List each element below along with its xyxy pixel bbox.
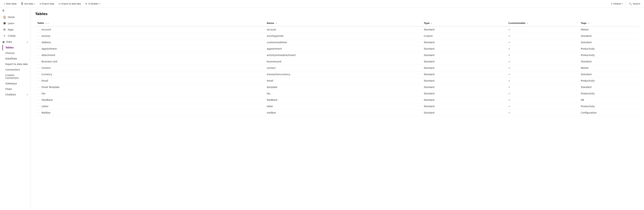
row-menu-icon[interactable]: ··· <box>37 28 39 31</box>
ai-builder-icon: ✦ <box>85 2 87 5</box>
learn-icon: 🎓 <box>3 22 6 25</box>
table-display-name[interactable]: Feedback <box>42 99 53 101</box>
cell-tags: Productivity <box>579 78 639 84</box>
row-menu-icon[interactable]: ··· <box>37 60 39 63</box>
sidebar-item-flows[interactable]: Flows <box>2 86 30 92</box>
col-header-table[interactable]: Table ↑ ↓ <box>35 20 265 26</box>
table-display-name[interactable]: Address <box>42 41 51 44</box>
row-menu-icon[interactable]: ··· <box>37 67 39 69</box>
table-row: ··· Currency transactioncurrency Standar… <box>35 71 639 78</box>
sidebar-item-custom-connectors[interactable]: Custom Connectors <box>2 72 30 81</box>
table-display-name[interactable]: Email <box>42 79 48 82</box>
hamburger-menu-button[interactable]: ☰ <box>0 7 30 14</box>
ai-builder-button[interactable]: ✦ AI Builder ▾ <box>84 1 102 6</box>
toolbar-divider <box>626 2 626 5</box>
search-button[interactable]: 🔍 Search <box>627 1 642 6</box>
col-header-customizable[interactable]: Customizable ↓ <box>506 20 579 26</box>
col-header-name[interactable]: Name ↓ <box>265 20 422 26</box>
row-menu-icon[interactable]: ··· <box>37 105 39 108</box>
col-header-type[interactable]: Type ↓ <box>422 20 506 26</box>
col-header-tags[interactable]: Tags ↓ <box>579 20 639 26</box>
table-display-name[interactable]: Contact <box>42 67 51 69</box>
table-display-name[interactable]: Attachment <box>42 54 55 57</box>
row-type-value: Standard <box>424 105 434 108</box>
row-menu-icon[interactable]: ··· <box>37 48 39 50</box>
sidebar-item-data[interactable]: ▦ Data ▴ <box>0 39 30 45</box>
sidebar-item-custom-connectors-label: Custom Connectors <box>5 74 28 79</box>
cell-tags: Standard <box>579 71 639 78</box>
table-display-name[interactable]: Mailbox <box>42 111 50 114</box>
export-lake-button[interactable]: ⇒ Export to data lake <box>57 1 83 6</box>
row-name-value: activitymimeattachment <box>267 54 296 57</box>
search-icon: 🔍 <box>629 2 632 5</box>
cell-type: Standard <box>422 90 506 97</box>
sidebar-item-learn[interactable]: 🎓 Learn <box>0 20 30 26</box>
cell-type: Standard <box>422 78 506 84</box>
sidebar-item-home[interactable]: 🏠 Home <box>0 14 30 20</box>
table-display-name[interactable]: Activity <box>42 35 50 37</box>
table-row: ··· Activity activitypointer Custom ✓ St… <box>35 33 639 39</box>
customizable-check-icon: ✓ <box>508 73 510 76</box>
row-menu-icon[interactable]: ··· <box>37 35 39 37</box>
table-body: ··· Account account Standard ✓ Master ··… <box>35 26 639 116</box>
row-name-value: fax <box>267 92 270 95</box>
row-type-value: Standard <box>424 111 434 114</box>
get-data-button[interactable]: 🗄 Get data ▾ <box>19 1 37 6</box>
row-menu-icon[interactable]: ··· <box>37 86 39 89</box>
sidebar-item-apps[interactable]: ⊞ Apps <box>0 26 30 33</box>
cell-tags: Productivity <box>579 46 639 52</box>
sidebar-item-create[interactable]: + Create <box>0 33 30 39</box>
cell-tags: KB <box>579 97 639 103</box>
table-display-name[interactable]: Account <box>42 28 51 31</box>
table-display-name[interactable]: Email Template <box>42 86 60 89</box>
sidebar-item-export-lake[interactable]: Export to data lake <box>2 61 30 67</box>
tables-table: Table ↑ ↓ Name ↓ Type ↓ Customizable ↓ <box>35 20 639 116</box>
cell-name: fax <box>265 90 422 97</box>
row-menu-icon[interactable]: ··· <box>37 80 39 82</box>
table-display-name[interactable]: Letter <box>42 105 48 108</box>
sidebar-item-chatbots[interactable]: Chatbots ▾ <box>2 92 30 97</box>
sidebar: ☰ 🏠 Home 🎓 Learn ⊞ Apps + Create ▦ Data <box>0 7 30 210</box>
row-menu-icon[interactable]: ··· <box>37 99 39 101</box>
cell-customizable: ✓ <box>506 109 579 116</box>
sidebar-item-dataflows[interactable]: Dataflows <box>2 56 30 61</box>
filter-icon: ≡ <box>611 2 612 5</box>
sidebar-item-learn-label: Learn <box>8 22 14 25</box>
col-type-label: Type <box>424 22 430 24</box>
row-type-value: Standard <box>424 47 434 50</box>
cell-table-name: ··· Letter <box>35 103 265 109</box>
sidebar-item-export-lake-label: Export to data lake <box>5 63 28 66</box>
cell-table-name: ··· Email <box>35 78 265 84</box>
row-name-value: activitypointer <box>267 35 284 37</box>
row-menu-icon[interactable]: ··· <box>37 54 39 57</box>
sidebar-item-connections[interactable]: Connections <box>2 67 30 72</box>
new-table-icon: + <box>4 2 5 5</box>
row-menu-icon[interactable]: ··· <box>37 73 39 76</box>
table-row: ··· Email Template template Standard ✓ S… <box>35 84 639 90</box>
sidebar-item-create-label: Create <box>8 34 16 37</box>
export-data-button[interactable]: ⇥ Export data <box>38 1 56 6</box>
table-display-name[interactable]: Currency <box>42 73 52 76</box>
table-display-name[interactable]: Business Unit <box>42 60 58 63</box>
row-menu-icon[interactable]: ··· <box>37 92 39 95</box>
row-type-value: Standard <box>424 73 434 76</box>
table-display-name[interactable]: Fax <box>42 92 46 95</box>
sidebar-item-choices[interactable]: Choices <box>2 50 30 56</box>
ai-builder-chevron-icon: ▾ <box>99 3 100 5</box>
row-type-value: Standard <box>424 60 434 63</box>
row-menu-icon[interactable]: ··· <box>37 111 39 114</box>
cell-table-name: ··· Feedback <box>35 97 265 103</box>
row-name-value: email <box>267 79 273 82</box>
row-type-value: Standard <box>424 67 434 69</box>
sidebar-item-tables[interactable]: Tables <box>2 45 30 50</box>
row-menu-icon[interactable]: ··· <box>37 41 39 44</box>
cell-tags: Master <box>579 65 639 71</box>
table-display-name[interactable]: Appointment <box>42 47 57 50</box>
sidebar-item-gateways[interactable]: Gateways <box>2 81 30 86</box>
customizable-check-icon: ✓ <box>508 105 510 108</box>
cell-name: activitymimeattachment <box>265 52 422 58</box>
new-table-button[interactable]: + New table <box>2 1 18 6</box>
cell-table-name: ··· Email Template <box>35 84 265 90</box>
default-button[interactable]: ≡ Default ▾ <box>610 1 624 6</box>
sidebar-item-data-label: Data <box>6 40 12 43</box>
